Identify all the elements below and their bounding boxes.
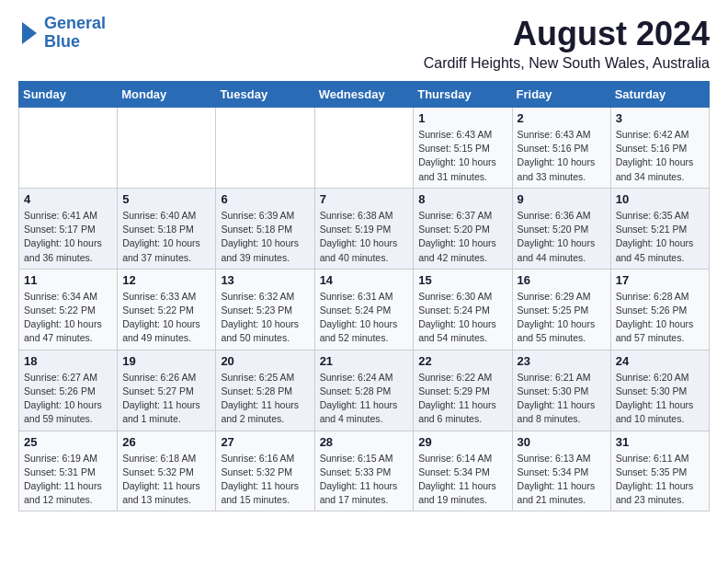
calendar-cell: 14Sunrise: 6:31 AM Sunset: 5:24 PM Dayli… xyxy=(314,269,414,350)
day-detail: Sunrise: 6:29 AM Sunset: 5:25 PM Dayligh… xyxy=(518,290,606,346)
page-header: General Blue August 2024 Cardiff Heights… xyxy=(18,15,710,72)
day-number: 19 xyxy=(122,354,210,368)
day-detail: Sunrise: 6:14 AM Sunset: 5:34 PM Dayligh… xyxy=(418,452,506,508)
day-detail: Sunrise: 6:24 AM Sunset: 5:28 PM Dayligh… xyxy=(320,371,409,427)
day-number: 25 xyxy=(24,435,112,449)
day-number: 1 xyxy=(418,111,506,125)
weekday-header-saturday: Saturday xyxy=(610,82,709,108)
day-number: 12 xyxy=(122,273,210,287)
calendar-cell: 7Sunrise: 6:38 AM Sunset: 5:19 PM Daylig… xyxy=(314,188,414,269)
day-number: 29 xyxy=(418,435,506,449)
calendar-cell: 27Sunrise: 6:16 AM Sunset: 5:32 PM Dayli… xyxy=(216,431,314,511)
calendar-cell xyxy=(314,108,414,189)
calendar-cell: 5Sunrise: 6:40 AM Sunset: 5:18 PM Daylig… xyxy=(118,188,216,269)
day-number: 21 xyxy=(320,354,409,368)
day-detail: Sunrise: 6:38 AM Sunset: 5:19 PM Dayligh… xyxy=(320,209,409,265)
day-detail: Sunrise: 6:19 AM Sunset: 5:31 PM Dayligh… xyxy=(24,452,112,508)
day-detail: Sunrise: 6:18 AM Sunset: 5:32 PM Dayligh… xyxy=(122,452,210,508)
day-number: 7 xyxy=(320,192,409,206)
day-detail: Sunrise: 6:20 AM Sunset: 5:30 PM Dayligh… xyxy=(616,371,704,427)
day-number: 20 xyxy=(221,354,309,368)
day-detail: Sunrise: 6:30 AM Sunset: 5:24 PM Dayligh… xyxy=(418,290,506,346)
day-number: 18 xyxy=(24,354,112,368)
day-number: 30 xyxy=(518,435,606,449)
calendar-cell: 15Sunrise: 6:30 AM Sunset: 5:24 PM Dayli… xyxy=(414,269,512,350)
month-year-title: August 2024 xyxy=(424,15,710,53)
day-number: 4 xyxy=(24,192,112,206)
weekday-header-sunday: Sunday xyxy=(19,82,118,108)
day-number: 10 xyxy=(616,192,704,206)
day-detail: Sunrise: 6:31 AM Sunset: 5:24 PM Dayligh… xyxy=(320,290,409,346)
day-number: 3 xyxy=(616,111,704,125)
day-detail: Sunrise: 6:11 AM Sunset: 5:35 PM Dayligh… xyxy=(616,452,704,508)
calendar-cell: 31Sunrise: 6:11 AM Sunset: 5:35 PM Dayli… xyxy=(610,431,709,511)
calendar-cell: 10Sunrise: 6:35 AM Sunset: 5:21 PM Dayli… xyxy=(610,188,709,269)
day-number: 6 xyxy=(221,192,309,206)
day-detail: Sunrise: 6:21 AM Sunset: 5:30 PM Dayligh… xyxy=(518,371,606,427)
logo-icon xyxy=(18,20,40,46)
calendar-cell xyxy=(19,108,118,189)
day-detail: Sunrise: 6:36 AM Sunset: 5:20 PM Dayligh… xyxy=(518,209,606,265)
calendar-cell: 11Sunrise: 6:34 AM Sunset: 5:22 PM Dayli… xyxy=(19,269,118,350)
calendar-cell: 28Sunrise: 6:15 AM Sunset: 5:33 PM Dayli… xyxy=(314,431,414,511)
day-number: 22 xyxy=(418,354,506,368)
day-number: 28 xyxy=(320,435,409,449)
day-detail: Sunrise: 6:33 AM Sunset: 5:22 PM Dayligh… xyxy=(122,290,210,346)
calendar-week-row: 4Sunrise: 6:41 AM Sunset: 5:17 PM Daylig… xyxy=(19,188,710,269)
svg-marker-0 xyxy=(22,22,37,44)
day-detail: Sunrise: 6:43 AM Sunset: 5:16 PM Dayligh… xyxy=(518,128,606,184)
calendar-cell: 12Sunrise: 6:33 AM Sunset: 5:22 PM Dayli… xyxy=(118,269,216,350)
calendar-cell: 24Sunrise: 6:20 AM Sunset: 5:30 PM Dayli… xyxy=(610,350,709,431)
calendar-cell: 26Sunrise: 6:18 AM Sunset: 5:32 PM Dayli… xyxy=(118,431,216,511)
calendar-cell: 6Sunrise: 6:39 AM Sunset: 5:18 PM Daylig… xyxy=(216,188,314,269)
calendar-cell: 17Sunrise: 6:28 AM Sunset: 5:26 PM Dayli… xyxy=(610,269,709,350)
calendar-cell: 16Sunrise: 6:29 AM Sunset: 5:25 PM Dayli… xyxy=(512,269,610,350)
weekday-header-row: SundayMondayTuesdayWednesdayThursdayFrid… xyxy=(19,82,710,108)
calendar-cell: 29Sunrise: 6:14 AM Sunset: 5:34 PM Dayli… xyxy=(414,431,512,511)
day-detail: Sunrise: 6:35 AM Sunset: 5:21 PM Dayligh… xyxy=(616,209,704,265)
calendar-cell: 23Sunrise: 6:21 AM Sunset: 5:30 PM Dayli… xyxy=(512,350,610,431)
day-number: 11 xyxy=(24,273,112,287)
day-number: 26 xyxy=(122,435,210,449)
weekday-header-thursday: Thursday xyxy=(414,82,512,108)
calendar-cell: 8Sunrise: 6:37 AM Sunset: 5:20 PM Daylig… xyxy=(414,188,512,269)
calendar-week-row: 11Sunrise: 6:34 AM Sunset: 5:22 PM Dayli… xyxy=(19,269,710,350)
calendar-week-row: 1Sunrise: 6:43 AM Sunset: 5:15 PM Daylig… xyxy=(19,108,710,189)
day-number: 13 xyxy=(221,273,309,287)
logo: General Blue xyxy=(18,15,106,52)
day-number: 14 xyxy=(320,273,409,287)
calendar-week-row: 18Sunrise: 6:27 AM Sunset: 5:26 PM Dayli… xyxy=(19,350,710,431)
calendar-cell: 3Sunrise: 6:42 AM Sunset: 5:16 PM Daylig… xyxy=(610,108,709,189)
day-number: 15 xyxy=(418,273,506,287)
calendar-cell: 18Sunrise: 6:27 AM Sunset: 5:26 PM Dayli… xyxy=(19,350,118,431)
calendar-cell: 20Sunrise: 6:25 AM Sunset: 5:28 PM Dayli… xyxy=(216,350,314,431)
day-detail: Sunrise: 6:34 AM Sunset: 5:22 PM Dayligh… xyxy=(24,290,112,346)
day-number: 31 xyxy=(616,435,704,449)
day-detail: Sunrise: 6:37 AM Sunset: 5:20 PM Dayligh… xyxy=(418,209,506,265)
title-block: August 2024 Cardiff Heights, New South W… xyxy=(424,15,710,72)
calendar-week-row: 25Sunrise: 6:19 AM Sunset: 5:31 PM Dayli… xyxy=(19,431,710,511)
calendar-cell: 9Sunrise: 6:36 AM Sunset: 5:20 PM Daylig… xyxy=(512,188,610,269)
calendar-cell: 13Sunrise: 6:32 AM Sunset: 5:23 PM Dayli… xyxy=(216,269,314,350)
day-number: 16 xyxy=(518,273,606,287)
day-number: 17 xyxy=(616,273,704,287)
day-number: 8 xyxy=(418,192,506,206)
day-detail: Sunrise: 6:43 AM Sunset: 5:15 PM Dayligh… xyxy=(418,128,506,184)
calendar-cell xyxy=(216,108,314,189)
day-number: 5 xyxy=(122,192,210,206)
calendar-cell: 30Sunrise: 6:13 AM Sunset: 5:34 PM Dayli… xyxy=(512,431,610,511)
weekday-header-friday: Friday xyxy=(512,82,610,108)
day-number: 9 xyxy=(518,192,606,206)
day-detail: Sunrise: 6:22 AM Sunset: 5:29 PM Dayligh… xyxy=(418,371,506,427)
day-number: 23 xyxy=(518,354,606,368)
calendar-cell: 22Sunrise: 6:22 AM Sunset: 5:29 PM Dayli… xyxy=(414,350,512,431)
location-subtitle: Cardiff Heights, New South Wales, Austra… xyxy=(424,55,710,72)
day-detail: Sunrise: 6:42 AM Sunset: 5:16 PM Dayligh… xyxy=(616,128,704,184)
weekday-header-wednesday: Wednesday xyxy=(314,82,414,108)
calendar-table: SundayMondayTuesdayWednesdayThursdayFrid… xyxy=(18,81,710,511)
calendar-cell: 2Sunrise: 6:43 AM Sunset: 5:16 PM Daylig… xyxy=(512,108,610,189)
day-number: 27 xyxy=(221,435,309,449)
day-detail: Sunrise: 6:27 AM Sunset: 5:26 PM Dayligh… xyxy=(24,371,112,427)
day-number: 24 xyxy=(616,354,704,368)
day-detail: Sunrise: 6:25 AM Sunset: 5:28 PM Dayligh… xyxy=(221,371,309,427)
